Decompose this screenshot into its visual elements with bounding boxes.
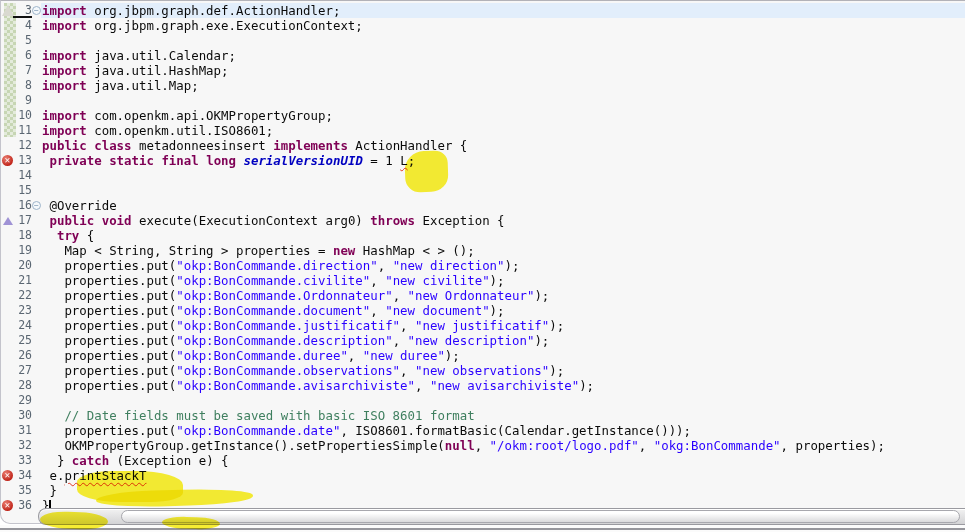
code-text[interactable]: try { [41, 228, 965, 243]
code-text[interactable]: properties.put("okp:BonCommande.descript… [41, 333, 965, 348]
code-text[interactable] [41, 33, 965, 48]
code-line-8[interactable]: 8import java.util.Map; [1, 78, 965, 93]
marker-gutter [1, 453, 13, 468]
fold-gutter: − [32, 198, 41, 213]
code-area[interactable]: 3−import org.jbpm.graph.def.ActionHandle… [1, 1, 965, 513]
code-line-20[interactable]: 20 properties.put("okp:BonCommande.direc… [1, 258, 965, 273]
code-text[interactable]: properties.put("okp:BonCommande.document… [41, 303, 965, 318]
code-line-5[interactable]: 5 [1, 33, 965, 48]
code-line-4[interactable]: 4import org.jbpm.graph.exe.ExecutionCont… [1, 18, 965, 33]
code-line-15[interactable]: 15 [1, 183, 965, 198]
code-line-11[interactable]: 11import com.openkm.util.ISO8601; [1, 123, 965, 138]
fold-gutter [32, 33, 41, 48]
code-text[interactable] [41, 93, 965, 108]
code-text[interactable]: properties.put("okp:BonCommande.observat… [41, 363, 965, 378]
code-text[interactable] [41, 393, 965, 408]
code-line-6[interactable]: 6import java.util.Calendar; [1, 48, 965, 63]
code-text[interactable]: properties.put("okp:BonCommande.date", I… [41, 423, 965, 438]
code-text[interactable]: import java.util.Calendar; [41, 48, 965, 63]
code-line-33[interactable]: 33 } catch (Exception e) { [1, 453, 965, 468]
code-text[interactable]: import com.openkm.util.ISO8601; [41, 123, 965, 138]
code-text[interactable]: e.printStackT [41, 468, 965, 483]
code-text[interactable]: private static final long serialVersionU… [41, 153, 965, 168]
code-line-18[interactable]: 18 try { [1, 228, 965, 243]
code-text[interactable]: properties.put("okp:BonCommande.civilite… [41, 273, 965, 288]
marker-gutter [1, 108, 13, 123]
marker-gutter [1, 393, 13, 408]
code-text[interactable]: import java.util.HashMap; [41, 63, 965, 78]
code-text[interactable]: } catch (Exception e) { [41, 453, 965, 468]
code-line-30[interactable]: 30 // Date fields must be saved with bas… [1, 408, 965, 423]
code-text[interactable]: @Override [41, 198, 965, 213]
code-line-17[interactable]: 17 public void execute(ExecutionContext … [1, 213, 965, 228]
line-number: 13 [13, 153, 32, 168]
fold-gutter [32, 243, 41, 258]
code-line-24[interactable]: 24 properties.put("okp:BonCommande.justi… [1, 318, 965, 333]
code-line-10[interactable]: 10import com.openkm.api.OKMPropertyGroup… [1, 108, 965, 123]
code-text[interactable] [41, 183, 965, 198]
code-text[interactable]: properties.put("okp:BonCommande.avisarch… [41, 378, 965, 393]
code-line-32[interactable]: 32 OKMPropertyGroup.getInstance().setPro… [1, 438, 965, 453]
error-icon[interactable]: ✕ [2, 500, 13, 511]
fold-collapse-icon[interactable]: − [32, 201, 41, 210]
code-text[interactable]: import org.jbpm.graph.def.ActionHandler; [41, 3, 965, 18]
horizontal-scrollbar-thumb[interactable] [121, 510, 960, 523]
code-text[interactable]: properties.put("okp:BonCommande.directio… [41, 258, 965, 273]
code-text[interactable]: public void execute(ExecutionContext arg… [41, 213, 965, 228]
code-line-9[interactable]: 9 [1, 93, 965, 108]
marker-gutter [1, 243, 13, 258]
line-number: 25 [13, 333, 32, 348]
marker-gutter [1, 213, 13, 228]
code-text[interactable] [41, 168, 965, 183]
error-icon[interactable]: ✕ [2, 470, 13, 481]
fold-collapse-icon[interactable]: − [32, 6, 41, 15]
code-line-16[interactable]: 16− @Override [1, 198, 965, 213]
code-line-13[interactable]: ✕13 private static final long serialVers… [1, 153, 965, 168]
code-line-35[interactable]: 35 } [1, 483, 965, 498]
code-line-26[interactable]: 26 properties.put("okp:BonCommande.duree… [1, 348, 965, 363]
code-line-27[interactable]: 27 properties.put("okp:BonCommande.obser… [1, 363, 965, 378]
code-line-28[interactable]: 28 properties.put("okp:BonCommande.avisa… [1, 378, 965, 393]
code-text[interactable]: public class metadonneesinsert implement… [41, 138, 965, 153]
marker-gutter [1, 33, 13, 48]
line-number: 32 [13, 438, 32, 453]
fold-gutter [32, 378, 41, 393]
line-number: 36 [13, 498, 32, 513]
code-text[interactable]: import com.openkm.api.OKMPropertyGroup; [41, 108, 965, 123]
horizontal-scrollbar[interactable] [38, 508, 965, 525]
code-text[interactable]: properties.put("okp:BonCommande.duree", … [41, 348, 965, 363]
code-line-29[interactable]: 29 [1, 393, 965, 408]
code-text[interactable]: import org.jbpm.graph.exe.ExecutionConte… [41, 18, 965, 33]
code-line-3[interactable]: 3−import org.jbpm.graph.def.ActionHandle… [1, 3, 965, 18]
marker-gutter [1, 363, 13, 378]
code-line-7[interactable]: 7import java.util.HashMap; [1, 63, 965, 78]
code-text[interactable]: Map < String, String > properties = new … [41, 243, 965, 258]
code-line-19[interactable]: 19 Map < String, String > properties = n… [1, 243, 965, 258]
marker-gutter [1, 228, 13, 243]
code-text[interactable]: import java.util.Map; [41, 78, 965, 93]
code-line-12[interactable]: 12public class metadonneesinsert impleme… [1, 138, 965, 153]
code-text[interactable]: // Date fields must be saved with basic … [41, 408, 965, 423]
code-text[interactable]: properties.put("okp:BonCommande.Ordonnat… [41, 288, 965, 303]
code-text[interactable]: OKMPropertyGroup.getInstance().setProper… [41, 438, 965, 453]
code-line-22[interactable]: 22 properties.put("okp:BonCommande.Ordon… [1, 288, 965, 303]
code-line-21[interactable]: 21 properties.put("okp:BonCommande.civil… [1, 273, 965, 288]
marker-gutter [1, 138, 13, 153]
warning-icon[interactable] [2, 5, 14, 16]
line-number: 7 [13, 63, 32, 78]
java-code-editor[interactable]: 3−import org.jbpm.graph.def.ActionHandle… [0, 0, 965, 524]
error-icon[interactable]: ✕ [2, 155, 13, 166]
code-line-25[interactable]: 25 properties.put("okp:BonCommande.descr… [1, 333, 965, 348]
marker-gutter [1, 198, 13, 213]
code-line-14[interactable]: 14 [1, 168, 965, 183]
code-line-31[interactable]: 31 properties.put("okp:BonCommande.date"… [1, 423, 965, 438]
code-text[interactable]: properties.put("okp:BonCommande.justific… [41, 318, 965, 333]
override-icon[interactable] [3, 217, 13, 225]
fold-gutter [32, 213, 41, 228]
code-line-34[interactable]: ✕34 e.printStackT [1, 468, 965, 483]
code-text[interactable]: } [41, 483, 965, 498]
marker-gutter [1, 438, 13, 453]
marker-gutter [1, 408, 13, 423]
code-line-23[interactable]: 23 properties.put("okp:BonCommande.docum… [1, 303, 965, 318]
fold-gutter [32, 48, 41, 63]
